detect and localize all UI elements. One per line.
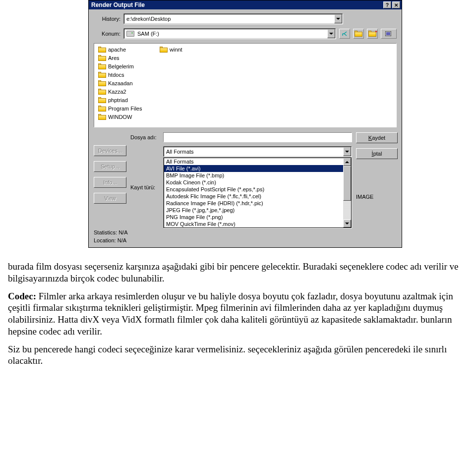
new-folder-button[interactable]: * — [367, 29, 378, 39]
side-button: View — [94, 193, 126, 204]
format-option[interactable]: Kodak Cineon (*.cin) — [164, 179, 351, 186]
location-label: Konum: — [94, 31, 123, 37]
folder-item[interactable]: phptriad — [97, 96, 153, 104]
view-menu-button[interactable] — [381, 29, 397, 39]
help-button[interactable]: ? — [383, 1, 391, 8]
titlebar[interactable]: Render Output File ? ✕ — [89, 0, 402, 9]
cancel-button[interactable]: İptal — [356, 148, 398, 159]
article-body: burada film dosyası seçerseniz karşınıza… — [0, 261, 476, 381]
folder-icon — [98, 55, 106, 61]
filetype-dropdown[interactable]: All FormatsAVI File (*.avi)BMP Image Fil… — [163, 157, 352, 228]
folder-item[interactable]: htdocs — [97, 71, 153, 79]
folder-item[interactable]: Kazza2 — [97, 88, 153, 96]
folder-icon — [98, 114, 106, 120]
side-button: Info... — [94, 177, 126, 188]
paragraph: Codec: Filmler arka arkaya resimlerden o… — [8, 290, 468, 338]
folder-item[interactable]: Ares — [97, 54, 153, 62]
file-list-pane[interactable]: apacheAresBelgelerimhtdocsKazaadanKazza2… — [94, 43, 397, 127]
filename-label: Dosya adı: — [130, 134, 163, 140]
scroll-down-button[interactable] — [343, 220, 351, 227]
location-stat-label: Location: — [94, 237, 116, 243]
filetype-combo[interactable]: All Formats — [163, 146, 352, 157]
chevron-down-icon[interactable] — [343, 147, 351, 156]
location-stat-value: N/A — [118, 237, 126, 243]
paragraph: burada film dosyası seçerseniz karşınıza… — [8, 261, 468, 284]
statistics-label: Statistics: — [94, 229, 117, 235]
folder-item[interactable]: Belgelerim — [97, 62, 153, 70]
up-folder-button[interactable] — [353, 29, 364, 39]
folder-icon — [160, 47, 168, 53]
side-button: Setup... — [94, 161, 126, 172]
filename-input[interactable] — [163, 132, 352, 142]
paragraph: Siz bu pencerede hangi codeci seçeceğini… — [8, 343, 468, 367]
save-button[interactable]: Kaydet — [356, 132, 398, 143]
folder-icon — [98, 63, 106, 69]
scroll-up-button[interactable] — [343, 158, 351, 166]
folder-icon — [98, 72, 106, 78]
statistics-value: N/A — [119, 229, 127, 235]
filetype-label: Kayıt türü: — [130, 184, 163, 190]
history-combo[interactable]: e:\drekon\Desktop — [123, 13, 343, 24]
folder-item[interactable]: Kazaadan — [97, 79, 153, 87]
format-option[interactable]: PNG Image File (*.png) — [164, 214, 351, 221]
close-button[interactable]: ✕ — [392, 1, 400, 8]
folder-item[interactable]: WINDOW — [97, 113, 153, 121]
folder-item[interactable]: Program Files — [97, 105, 153, 112]
window-title: Render Output File — [90, 1, 382, 8]
chevron-down-icon[interactable] — [327, 29, 335, 38]
location-combo[interactable]: SAM (F:) — [123, 28, 336, 39]
chevron-down-icon[interactable] — [334, 14, 342, 23]
folder-item[interactable]: winnt — [159, 46, 214, 54]
drive-icon — [126, 31, 134, 37]
folder-icon — [98, 80, 106, 86]
scrollbar[interactable] — [343, 158, 351, 227]
folder-item[interactable]: apache — [97, 46, 153, 54]
history-label: History: — [94, 16, 123, 22]
folder-icon — [98, 89, 106, 95]
folder-icon — [98, 106, 106, 112]
format-option[interactable]: Radiance Image File (HDRI) (*.hdr,*.pic) — [164, 200, 351, 207]
format-option[interactable]: Encapsulated PostScript File (*.eps,*.ps… — [164, 186, 351, 193]
format-option[interactable]: JPEG File (*.jpg,*.jpe,*.jpeg) — [164, 207, 351, 214]
scroll-thumb[interactable] — [343, 166, 351, 201]
format-option[interactable]: All Formats — [164, 158, 351, 165]
render-output-dialog: Render Output File ? ✕ History: e:\dreko… — [88, 0, 402, 248]
back-button[interactable] — [339, 29, 350, 39]
folder-icon — [98, 47, 106, 53]
format-option[interactable]: BMP Image File (*.bmp) — [164, 172, 351, 179]
format-option[interactable]: AVI File (*.avi) — [164, 165, 351, 172]
format-option[interactable]: Autodesk Flic Image File (*.flc,*.fli,*.… — [164, 193, 351, 200]
image-label: IMAGE — [356, 194, 398, 200]
side-button: Devices... — [94, 145, 126, 156]
format-option[interactable]: MOV QuickTime File (*.mov) — [164, 221, 351, 227]
folder-icon — [98, 97, 106, 103]
